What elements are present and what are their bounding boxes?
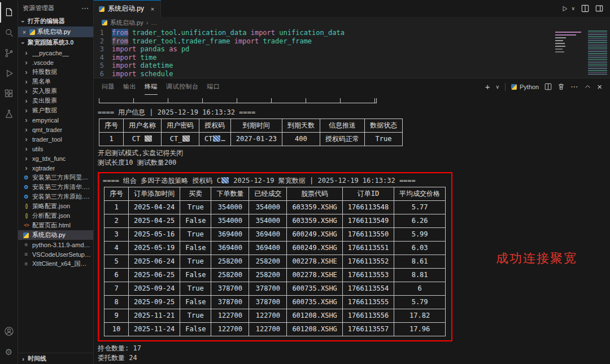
bat-file-icon: ⚙	[23, 194, 30, 200]
run-python-file-icon[interactable]	[560, 5, 569, 13]
close-icon[interactable]: ×	[150, 6, 155, 12]
table-cell: 2025-09-24	[129, 282, 180, 296]
code-text: from trader_tool.unification_data import…	[112, 29, 345, 37]
table-row: 72025-09-24True378700378700600735.XSHG17…	[104, 282, 446, 296]
file-item[interactable]: 系统启动.py	[18, 230, 93, 240]
tab-problems[interactable]: 问题	[102, 78, 115, 95]
tab-output[interactable]: 输出	[123, 78, 136, 95]
file-item[interactable]: ›买入股票	[18, 86, 93, 96]
layout-icon[interactable]	[595, 5, 603, 12]
censored-block	[221, 177, 229, 183]
terminal-instance[interactable]: Python	[511, 84, 539, 90]
terminal-picker-icon[interactable]: ∨	[495, 84, 499, 90]
open-editors-section[interactable]: › 打开的编辑器	[18, 16, 93, 27]
file-item[interactable]: ›xg_tdx_func	[18, 154, 93, 163]
column-header: 买卖	[180, 187, 211, 201]
table-cell: 603359.XSHG	[287, 214, 342, 228]
file-item[interactable]: ›xgtrader	[18, 163, 93, 173]
file-item[interactable]: <>配置页面.html	[18, 221, 93, 230]
sidebar-header: 资源管理器 ⋯	[18, 0, 93, 16]
table-cell: 369400	[211, 228, 249, 242]
code-editor[interactable]: 1from trader_tool.unification_data impor…	[94, 28, 610, 78]
file-item[interactable]: ›卖出股票	[18, 96, 93, 106]
split-terminal-icon[interactable]	[544, 83, 552, 90]
tab-ports[interactable]: 端口	[207, 78, 220, 95]
file-item[interactable]: ›__pycache__	[18, 48, 93, 58]
file-item[interactable]: {}策略配置.json	[18, 201, 93, 211]
line-number: 5	[94, 62, 112, 70]
table-cell: 122700	[211, 323, 249, 336]
breadcrumb-file[interactable]: 系统启动.py	[110, 19, 143, 27]
table-cell: CT	[124, 133, 162, 146]
file-item[interactable]: ›黑名单	[18, 77, 93, 86]
table-row: 1CT CT_CT…2027-01-23400授权码正常True	[99, 133, 403, 146]
table-cell: True	[180, 255, 211, 269]
file-item[interactable]: ›.vscode	[18, 58, 93, 67]
account-icon[interactable]	[0, 321, 18, 341]
open-editor-item[interactable]: × 系统启动.py	[18, 27, 93, 37]
file-label: 买入股票	[32, 87, 57, 95]
search-icon[interactable]	[0, 23, 18, 43]
line-number: 6	[94, 70, 112, 78]
minimap[interactable]	[552, 28, 610, 78]
file-item[interactable]: ›trader_tool	[18, 134, 93, 144]
code-line: 4import time	[94, 54, 552, 62]
kill-terminal-icon[interactable]	[557, 83, 565, 90]
table-cell: 7	[104, 282, 129, 296]
table-cell: False	[180, 269, 211, 282]
timeline-section[interactable]: › 时间线	[18, 353, 93, 364]
table-cell: True	[180, 309, 211, 323]
file-item[interactable]: ≡XtItClient_x64_国金证...	[18, 259, 93, 269]
new-terminal-icon[interactable]: +	[485, 82, 490, 91]
root-folder-section[interactable]: › 聚宽跟随系统3.0	[18, 37, 93, 48]
file-item[interactable]: ›qmt_trader	[18, 125, 93, 134]
tab-debug-console[interactable]: 调试控制台	[166, 78, 199, 95]
file-item[interactable]: ⚙安装第三方库原始.bat	[18, 192, 93, 201]
file-item[interactable]: ⚙安装第三方库清华.bat	[18, 182, 93, 192]
run-dropdown-icon[interactable]: ∨	[571, 6, 575, 11]
table-cell: 600249.XSHG	[287, 242, 342, 255]
file-label: 分析配置.json	[32, 212, 70, 220]
file-item[interactable]: ≡VSCodeUserSetup-x64...	[18, 249, 93, 259]
terminal-output[interactable]: ==== 用户信息 | 2025-12-19 16:13:32 ==== 序号用…	[94, 95, 610, 364]
folder-chevron-icon: ›	[23, 155, 30, 162]
tab-terminal[interactable]: 终端	[145, 78, 158, 95]
table-row: 82025-09-25False378700378700600735.XSHG1…	[104, 296, 446, 309]
table-cell: 1766113551	[342, 242, 394, 255]
explorer-icon[interactable]	[0, 2, 18, 23]
editor-actions: ∨	[554, 0, 610, 17]
maximize-panel-icon[interactable]	[584, 83, 591, 90]
testing-icon[interactable]	[0, 104, 18, 124]
close-panel-icon[interactable]: ×	[597, 82, 602, 91]
file-label: 策略配置.json	[32, 202, 70, 210]
settings-gear-icon[interactable]: ⚙	[0, 341, 18, 362]
file-item[interactable]: ≡python-3.11.9-amd64...	[18, 240, 93, 249]
code-text: import pandas as pd	[112, 45, 189, 54]
bottom-panel: 问题 输出 终端 调试控制台 端口 + ∨ Python ⋯	[94, 78, 610, 364]
file-item[interactable]: ›账户数据	[18, 106, 93, 115]
column-header: 股票代码	[287, 187, 342, 201]
file-item[interactable]: ⚙安装第三方库阿里云.bat	[18, 173, 93, 182]
code-text: from trader_tool.trader_frame import tra…	[112, 37, 312, 46]
tab-system-start[interactable]: 系统启动.py ×	[94, 0, 161, 17]
breadcrumb[interactable]: 系统启动.py › …	[94, 17, 610, 28]
run-debug-icon[interactable]	[0, 63, 18, 84]
file-item[interactable]: {}分析配置.json	[18, 211, 93, 221]
file-item[interactable]: ›empyrical	[18, 115, 93, 125]
close-icon[interactable]: ×	[21, 29, 27, 36]
file-item[interactable]: ›持股数据	[18, 67, 93, 77]
column-header: 序号	[99, 119, 124, 133]
file-label: python-3.11.9-amd64...	[32, 242, 92, 248]
table-cell: 5.79	[394, 296, 446, 309]
extensions-icon[interactable]	[0, 84, 18, 104]
more-actions-icon[interactable]: ⋯	[570, 82, 578, 91]
file-item[interactable]: ›utils	[18, 144, 93, 154]
breadcrumb-more[interactable]: …	[151, 19, 157, 26]
table-cell: 1766113556	[342, 309, 394, 323]
source-control-icon[interactable]	[0, 43, 18, 63]
folder-chevron-icon: ›	[23, 126, 30, 133]
folder-chevron-icon: ›	[23, 98, 30, 104]
more-actions-icon[interactable]: ⋯	[81, 4, 89, 12]
split-editor-icon[interactable]	[581, 5, 589, 12]
table-cell: 2025-06-24	[129, 255, 180, 269]
